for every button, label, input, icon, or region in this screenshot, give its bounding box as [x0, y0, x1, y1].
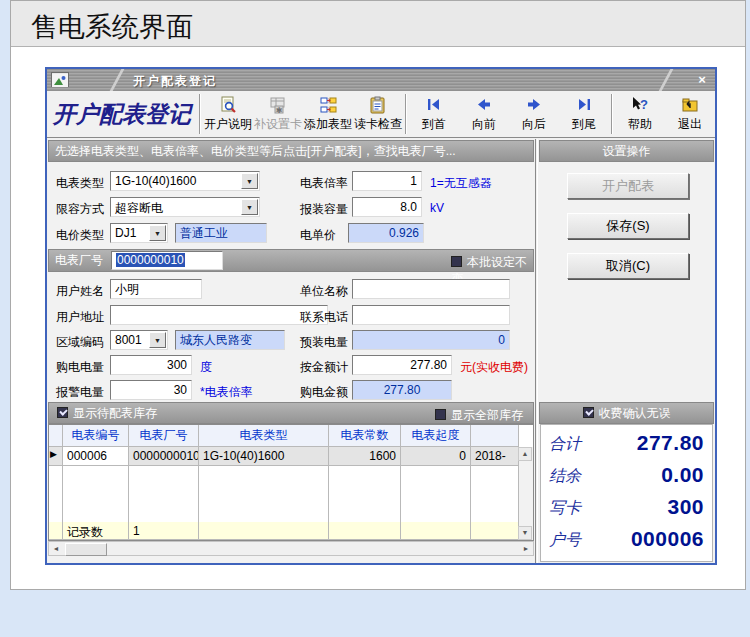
multiplier-input[interactable]: [352, 171, 422, 191]
col-header-meter-no[interactable]: 电表编号: [63, 425, 129, 447]
unit-price-value: 0.926: [348, 223, 424, 243]
toolbar-separator: [199, 94, 201, 134]
show-all-stock-label: 显示全部库存: [451, 408, 523, 422]
phone-input[interactable]: [352, 305, 510, 325]
checkbox-checked-icon: [57, 407, 68, 418]
table-horizontal-scrollbar[interactable]: ◄ ►: [48, 541, 534, 556]
region-desc: 城东人民路变: [175, 330, 285, 350]
region-select[interactable]: 8001 ▼: [110, 330, 168, 350]
price-type-value: DJ1: [115, 226, 136, 240]
toolbar: 开户配表登记 开户说明 ✱ 补设置卡 添加表型 读卡检查 到首: [47, 91, 715, 138]
exit-icon: [680, 96, 700, 115]
go-first-button[interactable]: 到首: [409, 91, 459, 137]
total-label: 合计: [549, 434, 581, 455]
address-input[interactable]: [110, 305, 328, 325]
cancel-button[interactable]: 取消(C): [567, 253, 689, 279]
page-title: 售电系统界面: [31, 9, 193, 45]
chevron-down-icon[interactable]: ▼: [149, 225, 166, 241]
price-type-select[interactable]: DJ1 ▼: [110, 223, 168, 243]
show-all-stock-checkbox[interactable]: 显示全部库存: [435, 407, 523, 424]
show-pending-stock-checkbox[interactable]: 显示待配表库存: [57, 405, 157, 422]
empty-cell: [199, 466, 329, 522]
go-last-button[interactable]: 到尾: [559, 91, 609, 137]
close-icon[interactable]: ×: [694, 72, 710, 88]
purchase-energy-note: 度: [200, 359, 212, 376]
account-no-value: 000006: [631, 527, 704, 551]
table-vertical-scrollbar[interactable]: ▲ ▼: [518, 447, 533, 540]
go-last-icon: [574, 96, 594, 115]
add-meter-type-icon: [318, 96, 338, 115]
factory-no-input[interactable]: 0000000010: [111, 251, 223, 270]
toolbar-button-label: 退出: [678, 116, 702, 133]
capacity-input[interactable]: [352, 197, 422, 217]
go-next-button[interactable]: 向后: [509, 91, 559, 137]
table-corner: [49, 425, 63, 447]
cell-factory-no: 0000000010: [129, 447, 199, 466]
go-prev-button[interactable]: 向前: [459, 91, 509, 137]
capacity-label: 报装容量: [300, 201, 348, 218]
dialog-titlebar: 开户配表登记 ×: [47, 69, 715, 91]
table-footer-row: 记录数 1: [49, 522, 533, 540]
cell-extra: 2018-: [471, 447, 519, 466]
address-label: 用户地址: [56, 309, 104, 326]
doc-search-icon: [218, 96, 238, 115]
scroll-right-icon[interactable]: ►: [519, 542, 533, 555]
open-account-help-button[interactable]: 开户说明: [203, 91, 253, 137]
dialog-window: 开户配表登记 × 开户配表登记 开户说明 ✱ 补设置卡 添加表型 读卡检查: [45, 67, 717, 565]
scroll-down-icon[interactable]: ▼: [518, 526, 532, 540]
by-amount-input[interactable]: [352, 355, 452, 375]
titlebar-decoration: [655, 69, 675, 91]
table-empty-area: [49, 466, 533, 522]
alarm-energy-input[interactable]: [110, 380, 192, 400]
col-header-factory-no[interactable]: 电表厂号: [129, 425, 199, 447]
col-header-meter-start[interactable]: 电表起度: [401, 425, 471, 447]
fee-confirm-checkbox[interactable]: 收费确认无误: [583, 405, 671, 422]
purchase-energy-input[interactable]: [110, 355, 192, 375]
save-button[interactable]: 保存(S): [567, 213, 689, 239]
user-name-input[interactable]: [110, 279, 202, 299]
capacity-note: kV: [430, 201, 444, 215]
pane-divider: [535, 139, 538, 563]
unit-name-input[interactable]: [352, 279, 510, 299]
scroll-up-icon[interactable]: ▲: [518, 447, 532, 461]
col-header-extra: [471, 425, 519, 447]
chevron-down-icon[interactable]: ▼: [149, 332, 166, 348]
empty-cell: [63, 466, 129, 522]
scrollbar-thumb[interactable]: [65, 543, 107, 556]
write-card-label: 写卡: [549, 498, 581, 519]
dialog-title: 开户配表登记: [133, 73, 217, 90]
unit-price-label: 电单价: [300, 227, 336, 244]
dialog-main: 先选择电表类型、电表倍率、电价类型等后点击[开户配表]，查找电表厂号... 电表…: [47, 139, 715, 563]
hint-text: 先选择电表类型、电表倍率、电价类型等后点击[开户配表]，查找电表厂号...: [55, 143, 456, 160]
meter-type-select[interactable]: 1G-10(40)1600 ▼: [110, 171, 260, 191]
toolbar-button-label: 到首: [422, 116, 446, 133]
hint-bar: 先选择电表类型、电表倍率、电价类型等后点击[开户配表]，查找电表厂号...: [48, 140, 534, 162]
unit-name-label: 单位名称: [300, 283, 348, 300]
price-type-desc: 普通工业: [175, 223, 267, 243]
record-count-value: 1: [129, 522, 199, 540]
exit-button[interactable]: 退出: [665, 91, 715, 137]
side-panel-title: 设置操作: [603, 143, 651, 160]
preset-energy-label: 预装电量: [300, 334, 348, 351]
chevron-down-icon[interactable]: ▼: [241, 173, 258, 189]
purchase-amount-value: 277.80: [352, 380, 452, 400]
right-pane: 设置操作 开户配表 保存(S) 取消(C) 收费确认无误 合计 277.80 结…: [539, 139, 714, 562]
preset-energy-value: 0: [352, 330, 510, 350]
alarm-energy-label: 报警电量: [56, 384, 104, 401]
chevron-down-icon[interactable]: ▼: [241, 199, 258, 215]
col-header-meter-type[interactable]: 电表类型: [199, 425, 329, 447]
empty-cell: [471, 466, 519, 522]
scroll-left-icon[interactable]: ◄: [49, 542, 63, 555]
svg-text:✱: ✱: [276, 105, 283, 114]
meter-stock-table: 电表编号 电表厂号 电表类型 电表常数 电表起度 ▶ 000006 000000…: [48, 424, 534, 541]
add-meter-type-button[interactable]: 添加表型: [303, 91, 353, 137]
empty-cell: [401, 466, 471, 522]
table-gutter: [49, 522, 63, 540]
table-row[interactable]: ▶ 000006 0000000010 1G-10(40)1600 1600 0…: [49, 447, 533, 466]
read-card-check-button[interactable]: 读卡检查: [353, 91, 403, 137]
help-button[interactable]: ? 帮助: [615, 91, 665, 137]
col-header-meter-constant[interactable]: 电表常数: [329, 425, 401, 447]
limit-mode-select[interactable]: 超容断电 ▼: [110, 197, 260, 217]
multiplier-note: 1=无互感器: [430, 175, 492, 192]
balance-value: 0.00: [661, 463, 704, 487]
